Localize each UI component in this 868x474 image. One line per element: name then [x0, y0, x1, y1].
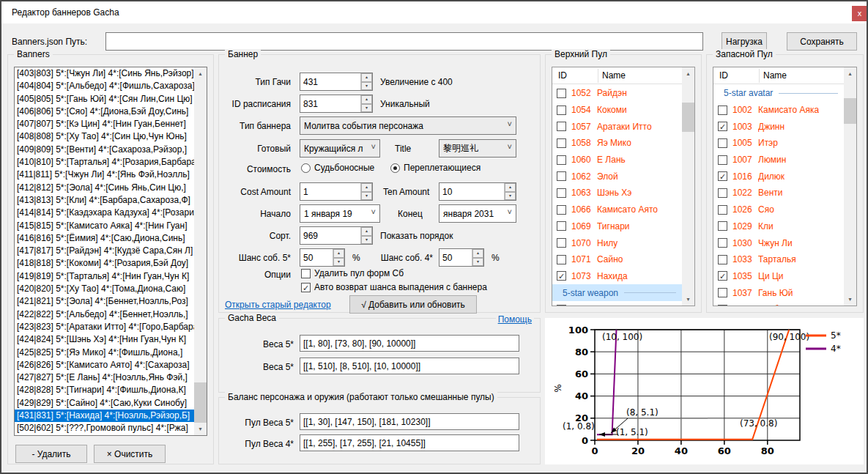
spinner-up-icon[interactable]: ▴: [361, 95, 372, 104]
pool-row[interactable]: 1005Итэр: [713, 135, 844, 152]
pool-row[interactable]: 1071Сайно: [552, 251, 682, 268]
row-checkbox[interactable]: [557, 171, 566, 181]
gacha-type-spinner[interactable]: 431 ▴▾: [300, 73, 373, 91]
scroll-down-icon[interactable]: ▾: [682, 293, 694, 305]
row-checkbox[interactable]: [557, 205, 566, 215]
row-checkbox[interactable]: [557, 221, 566, 231]
pool-row[interactable]: ✓1003Джинн: [713, 118, 844, 135]
reserve-pool-table[interactable]: ID Name 5-star avatar1002Камисато Аяка✓1…: [713, 67, 857, 306]
spinner-up-icon[interactable]: ▴: [333, 249, 344, 258]
title-select[interactable]: 黎明巡礼: [439, 139, 516, 158]
banner-list-item[interactable]: [414|814] 5*:[Каэдэхара Кадзуха] 4*:[Роз…: [15, 207, 194, 219]
banner-list-item[interactable]: [409|809] 5*:[Венти] 4*:[Сахароза,Рэйзор…: [15, 144, 194, 156]
spinner-up-icon[interactable]: ▴: [361, 227, 372, 236]
spinner-down-icon[interactable]: ▾: [505, 192, 516, 201]
pool-row[interactable]: 1058Яэ Мико: [552, 135, 682, 152]
pool-row[interactable]: 1002Камисато Аяка: [713, 102, 844, 119]
row-checkbox[interactable]: [718, 288, 727, 297]
pool-row[interactable]: ✓1035Ци Ци: [713, 268, 844, 285]
upper-pool-table[interactable]: ID Name 1052Райдэн1054Кокоми1057Аратаки …: [552, 67, 695, 306]
banner-list-item[interactable]: [405|805] 5*:[Гань Юй] 4*:[Сян Лин,Син Ц…: [15, 93, 194, 105]
banner-list-item[interactable]: [412|812] 5*:[Эола] 4*:[Синь Янь,Син Цю,…: [15, 182, 194, 194]
banner-list-item[interactable]: [502|602] 5*:[???,Громовой пульс] 4*:[Рж…: [15, 422, 194, 434]
spinner-up-icon[interactable]: ▴: [361, 73, 372, 82]
sort-spinner[interactable]: 969 ▴▾: [300, 226, 373, 245]
pool-row[interactable]: 1037Гань Юй: [713, 284, 844, 301]
pool-row[interactable]: ✓1073Нахида: [552, 268, 682, 285]
banner-type-select[interactable]: Молитва события персонажа: [300, 116, 516, 135]
chance5-spinner[interactable]: 50 ▴▾: [300, 248, 345, 267]
row-checkbox[interactable]: ✓: [718, 122, 727, 131]
row-checkbox[interactable]: [557, 305, 566, 305]
banner-list-item[interactable]: [404|804] 5*:[Альбедо] 4*:[Фишль,Сахароз…: [15, 80, 194, 92]
load-button[interactable]: Нагрузка: [722, 32, 767, 51]
banner-list-item[interactable]: [431|831] 5*:[Нахида] 4*:[Ноэлль,Рэйзор,…: [15, 410, 194, 422]
pool-row[interactable]: 1054Кокоми: [552, 102, 682, 119]
row-checkbox[interactable]: [718, 188, 727, 198]
option-auto-return[interactable]: ✓ Авто возврат шанса выпадения с баннера: [301, 282, 487, 292]
pool-row[interactable]: 1052Райдэн: [552, 85, 682, 102]
spinner-down-icon[interactable]: ▾: [333, 258, 344, 267]
row-checkbox[interactable]: [557, 89, 566, 98]
spinner-down-icon[interactable]: ▾: [361, 236, 372, 245]
reserve-pool-scrollbar[interactable]: ▴ ▾: [844, 67, 856, 305]
scroll-down-icon[interactable]: ▾: [194, 423, 207, 435]
pool-row[interactable]: 1060Е Лань: [552, 152, 682, 169]
row-checkbox[interactable]: [718, 105, 727, 115]
close-icon[interactable]: x: [852, 6, 867, 21]
row-checkbox[interactable]: [557, 188, 566, 198]
spinner-up-icon[interactable]: ▴: [472, 249, 483, 258]
spinner-up-icon[interactable]: ▴: [361, 183, 372, 192]
banner-list-item[interactable]: [426|826] 5*:[Камисато Аято] 4*:[Сахароз…: [15, 359, 194, 371]
help-link[interactable]: Помощь: [496, 314, 534, 325]
pool-row[interactable]: 1038Альбедо: [713, 301, 844, 305]
row-checkbox[interactable]: [718, 155, 727, 165]
banner-list-item[interactable]: [427|827] 5*:[Е Лань] 4*:[Ноэлль,Янь Фэй…: [15, 371, 194, 384]
banner-list-item[interactable]: [424|824] 5*:[Шэнь Хэ] 4*:[Нин Гуан,Чун …: [15, 333, 194, 346]
path-input[interactable]: [105, 32, 703, 51]
chance4-spinner[interactable]: 50 ▴▾: [439, 248, 484, 267]
pool-row[interactable]: 1069Тигнари: [552, 218, 682, 235]
start-date-select[interactable]: 1 января 19: [300, 204, 380, 223]
row-checkbox[interactable]: [557, 138, 566, 148]
banner-list-item[interactable]: [429|829] 5*:[Сайно] 4*:[Саю,Куки Синобу…: [15, 397, 194, 410]
banner-list-item[interactable]: [407|807] 5*:[Кэ Цин] 4*:[Нин Гуан,Бенне…: [15, 118, 194, 130]
banner-list-item[interactable]: [420|820] 5*:[Ху Тао] 4*:[Тома,Диона,Саю…: [15, 283, 194, 295]
spinner-down-icon[interactable]: ▾: [361, 192, 372, 201]
banner-list-item[interactable]: [408|808] 5*:[Ху Тао] 4*:[Син Цю,Чун Юнь…: [15, 130, 194, 143]
banner-list-item[interactable]: [413|813] 5*:[Кли] 4*:[Барбара,Сахароза,…: [15, 194, 194, 207]
pool-row[interactable]: 1062Элой: [552, 168, 682, 185]
radio-icon[interactable]: [301, 163, 311, 173]
row-checkbox[interactable]: [557, 105, 566, 115]
checkbox-icon[interactable]: [301, 269, 311, 278]
row-checkbox[interactable]: [718, 205, 727, 215]
pool-row[interactable]: 1007Люмин: [713, 152, 844, 169]
banner-list-item[interactable]: [410|810] 5*:[Тарталья] 4*:[Розария,Барб…: [15, 156, 194, 169]
banner-list-item[interactable]: [419|819] 5*:[Тарталья] 4*:[Нин Гуан,Чун…: [15, 270, 194, 283]
scroll-up-icon[interactable]: ▴: [844, 67, 856, 80]
radio-icon[interactable]: [390, 163, 400, 173]
banner-list-item[interactable]: [416|816] 5*:[Ёимия] 4*:[Саю,Диона,Синь]: [15, 232, 194, 245]
pool-row[interactable]: 1057Аратаки Итто: [552, 118, 682, 135]
row-checkbox[interactable]: [557, 155, 566, 165]
ten-amount-spinner[interactable]: 10 ▴▾: [439, 182, 516, 201]
pool-weights4-input[interactable]: [[1, 255], [17, 255], [21, 10455]]: [300, 434, 519, 451]
row-checkbox[interactable]: ✓: [557, 271, 566, 281]
spinner-down-icon[interactable]: ▾: [472, 258, 483, 267]
scroll-thumb[interactable]: [844, 98, 856, 124]
banners-listbox[interactable]: [403|803] 5*:[Чжун Ли] 4*:[Синь Янь,Рэйз…: [14, 67, 207, 436]
end-date-select[interactable]: января 2031: [439, 204, 516, 223]
pool-row[interactable]: 1070Нилу: [552, 234, 682, 251]
row-checkbox[interactable]: [718, 305, 727, 305]
pool-row[interactable]: 11501Меч Сокола: [552, 301, 682, 305]
pool-row[interactable]: 1066Камисато Аято: [552, 201, 682, 218]
scroll-up-icon[interactable]: ▴: [682, 67, 694, 80]
row-checkbox[interactable]: [557, 238, 566, 248]
banner-list-item[interactable]: [421|821] 5*:[Эола] 4*:[Беннет,Ноэлль,Ро…: [15, 295, 194, 308]
cost-radio-2[interactable]: Переплетающиеся: [390, 163, 481, 173]
option-remove-pool[interactable]: Удалить пул форм Сб: [301, 268, 404, 278]
open-old-editor-link[interactable]: Открыть старый редактор: [225, 300, 331, 310]
clear-banners-button[interactable]: × Очистить: [94, 445, 166, 463]
banner-list-item[interactable]: [428|828] 5*:[Тигнари] 4*:[Фишль,Диона,К…: [15, 384, 194, 396]
row-checkbox[interactable]: [718, 138, 727, 148]
